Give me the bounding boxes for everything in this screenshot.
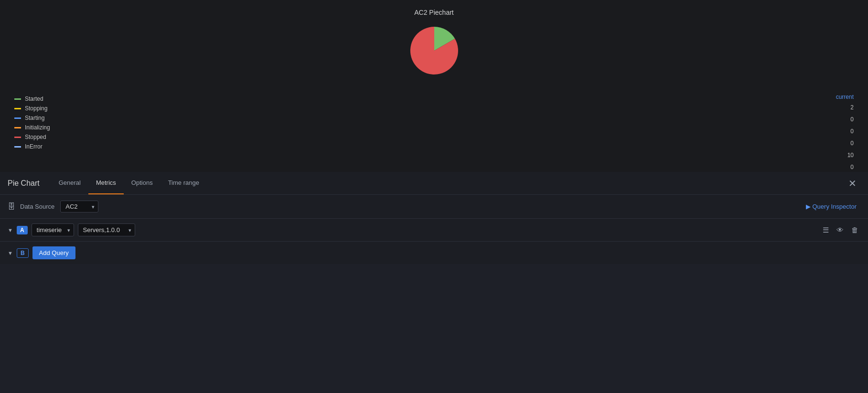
legend-color bbox=[14, 146, 21, 148]
query-type-wrapper[interactable]: timeserie bbox=[32, 223, 74, 236]
query-delete-button[interactable]: 🗑 bbox=[849, 225, 860, 235]
legend-color bbox=[14, 127, 21, 128]
legend-color bbox=[14, 117, 21, 119]
datasource-label: Data Source bbox=[20, 203, 54, 210]
query-badge-a: A bbox=[17, 226, 28, 234]
query-visibility-button[interactable]: 👁 bbox=[835, 225, 846, 235]
tab-options[interactable]: Options bbox=[124, 172, 161, 194]
query-options-button[interactable]: ☰ bbox=[821, 225, 831, 235]
legend-area: Started Stopping Starting Initializing S… bbox=[14, 96, 158, 153]
legend-label: InError bbox=[25, 143, 43, 150]
pie-svg bbox=[406, 22, 463, 79]
legend-item: Starting bbox=[14, 115, 158, 121]
add-query-row: ▼ B Add Query bbox=[0, 242, 868, 264]
query-type-select[interactable]: timeserie bbox=[32, 223, 74, 236]
panel-title: Pie Chart bbox=[8, 179, 40, 188]
legend-item: Stopping bbox=[14, 105, 158, 112]
legend-color bbox=[14, 98, 21, 100]
datasource-select[interactable]: AC2 bbox=[60, 201, 98, 212]
query-inspector-button[interactable]: ▶ Query Inspector bbox=[802, 201, 861, 212]
legend-label: Stopped bbox=[25, 134, 46, 140]
legend-label: Stopping bbox=[25, 105, 47, 112]
editor-area: Pie Chart GeneralMetricsOptionsTime rang… bbox=[0, 172, 868, 393]
legend-item: Initializing bbox=[14, 124, 158, 131]
chart-title: AC2 Piechart bbox=[414, 9, 453, 16]
legend-value: 10 bbox=[847, 150, 854, 159]
tab-general[interactable]: General bbox=[51, 172, 88, 194]
legend-label: Initializing bbox=[25, 124, 50, 131]
legend-color bbox=[14, 108, 21, 109]
legend-item: Started bbox=[14, 96, 158, 102]
tabs-header: Pie Chart GeneralMetricsOptionsTime rang… bbox=[0, 172, 868, 195]
query-metric-select[interactable]: Servers,1.0.0 bbox=[78, 223, 135, 236]
query-row-a: ▼ A timeserie Servers,1.0.0 ☰ 👁 🗑 bbox=[0, 219, 868, 242]
tab-metrics[interactable]: Metrics bbox=[88, 172, 124, 194]
legend-values: 2000100 bbox=[847, 103, 854, 174]
legend-label: Started bbox=[25, 96, 43, 102]
chevron-b-icon[interactable]: ▼ bbox=[8, 250, 13, 256]
datasource-row: 🗄 Data Source AC2 ▶ Query Inspector bbox=[0, 195, 868, 219]
legend-label: Starting bbox=[25, 115, 44, 121]
legend-item: InError bbox=[14, 143, 158, 150]
close-button[interactable]: ✕ bbox=[845, 177, 860, 190]
tab-time-range[interactable]: Time range bbox=[161, 172, 207, 194]
current-col-header: current bbox=[836, 94, 854, 100]
query-badge-b: B bbox=[17, 248, 29, 258]
legend-value: 0 bbox=[847, 138, 854, 148]
datasource-select-wrapper[interactable]: AC2 bbox=[60, 201, 98, 212]
legend-value: 2 bbox=[847, 103, 854, 112]
query-row-actions: ☰ 👁 🗑 bbox=[821, 225, 860, 235]
query-inspector-arrow: ▶ bbox=[806, 203, 811, 210]
legend-value: 0 bbox=[847, 115, 854, 124]
chevron-a-icon[interactable]: ▼ bbox=[8, 227, 13, 233]
legend-color bbox=[14, 137, 21, 138]
database-icon: 🗄 bbox=[8, 202, 15, 211]
legend-value: 0 bbox=[847, 127, 854, 136]
legend-item: Stopped bbox=[14, 134, 158, 140]
legend-value: 0 bbox=[847, 162, 854, 171]
chart-area: AC2 Piechart Started Stopping Start bbox=[0, 0, 868, 172]
query-inspector-label: Query Inspector bbox=[813, 203, 857, 210]
add-query-button[interactable]: Add Query bbox=[32, 246, 75, 259]
tab-list: GeneralMetricsOptionsTime range bbox=[51, 172, 845, 194]
pie-chart bbox=[406, 22, 463, 79]
query-metric-wrapper[interactable]: Servers,1.0.0 bbox=[78, 223, 135, 236]
